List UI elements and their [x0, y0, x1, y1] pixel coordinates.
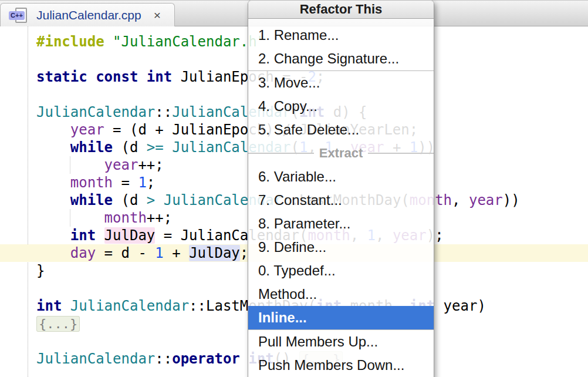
- code-token-p: [164, 139, 172, 156]
- header-label: Extract: [314, 146, 369, 161]
- menu-item-inline[interactable]: Inline...: [248, 306, 434, 329]
- menu-item-6-variable[interactable]: 6. Variable...: [248, 165, 434, 188]
- code-token-p: [36, 157, 104, 173]
- code-token-p: =: [113, 174, 138, 191]
- tab-title: JulianCalendar.cpp: [36, 8, 141, 22]
- code-token-fold: {...}: [36, 316, 80, 332]
- cpp-file-icon: C++: [9, 7, 31, 23]
- code-token-f: year: [469, 192, 503, 208]
- code-token-f: year: [70, 122, 104, 138]
- code-token-p: ++;: [147, 210, 172, 226]
- code-token-p: +: [164, 245, 189, 261]
- code-token-p: year): [435, 298, 486, 314]
- code-token-k: int: [70, 227, 96, 244]
- menu-item-0-typedef[interactable]: 0. Typedef...: [248, 259, 434, 282]
- code-token-p: ;: [147, 174, 155, 191]
- code-token-p: [104, 33, 113, 50]
- code-token-cl: JulianCalendar: [70, 298, 189, 314]
- code-token-d: #include: [36, 33, 104, 50]
- code-token-p: [36, 227, 70, 244]
- code-token-p: ::: [155, 104, 172, 120]
- code-token-p: }: [36, 262, 45, 279]
- code-token-p: [36, 174, 70, 191]
- menu-item-8-parameter[interactable]: 8. Parameter...: [248, 212, 434, 235]
- refactor-popup-title: Refactor This: [248, 0, 434, 19]
- tab-close-icon[interactable]: ×: [154, 9, 161, 21]
- menu-section-header: Extract: [248, 142, 434, 165]
- tab-juliancalendar-cpp[interactable]: C++ JulianCalendar.cpp ×: [0, 3, 175, 26]
- menu-item-9-define[interactable]: 9. Define...: [248, 235, 434, 259]
- menu-item-push-members-down[interactable]: Push Members Down...: [248, 354, 434, 377]
- header-line: [248, 153, 314, 154]
- menu-item-method[interactable]: Method...: [248, 282, 434, 306]
- code-token-f: day: [70, 245, 96, 261]
- code-token-p: [36, 192, 70, 208]
- code-token-p: [62, 298, 70, 314]
- code-token-k: static const int: [36, 69, 172, 85]
- code-token-p: [155, 192, 163, 208]
- code-token-p: = d -: [96, 245, 155, 261]
- code-token-p: )): [503, 192, 520, 208]
- code-token-o: >=: [147, 139, 164, 156]
- menu-item-7-constant[interactable]: 7. Constant...: [248, 188, 434, 212]
- code-token-p: [96, 227, 104, 244]
- code-token-f: month: [104, 210, 147, 226]
- menu-item-2-change-signature[interactable]: 2. Change Signature...: [248, 47, 434, 70]
- code-token-f: year: [104, 157, 138, 173]
- code-token-n: 1: [155, 245, 163, 261]
- menu-item-3-move[interactable]: 3. Move...: [248, 71, 434, 95]
- cpp-badge-icon: C++: [9, 11, 25, 20]
- code-token-p: [36, 122, 70, 138]
- code-token-s: "JulianCalendar.h": [113, 33, 265, 50]
- code-token-o: >: [147, 192, 155, 208]
- code-token-n: 1: [138, 174, 146, 191]
- ide-window: C++ JulianCalendar.cpp × #include "Julia…: [0, 0, 588, 377]
- refactor-menu-items: 1. Rename...2. Change Signature...3. Mov…: [248, 19, 434, 377]
- code-token-p: (d: [113, 139, 147, 156]
- code-token-p: ::: [155, 351, 172, 367]
- code-token-p: (d: [113, 192, 147, 208]
- code-token-k: while: [70, 139, 113, 156]
- code-token-f: month: [70, 174, 113, 191]
- menu-item-4-copy[interactable]: 4. Copy...: [248, 95, 434, 118]
- code-token-k: while: [70, 192, 113, 208]
- code-token-p: [36, 210, 104, 226]
- code-token-hb: JulDay: [189, 245, 240, 261]
- code-token-p: [36, 139, 70, 156]
- menu-item-1-rename[interactable]: 1. Rename...: [248, 23, 434, 47]
- code-token-p: ++;: [138, 157, 163, 173]
- code-token-hp: JulDay: [104, 227, 156, 244]
- menu-item-5-safe-delete[interactable]: 5. Safe Delete...: [248, 118, 434, 142]
- code-token-cl: JulianCalendar: [36, 351, 155, 367]
- refactor-popup: Refactor This 1. Rename...2. Change Sign…: [248, 0, 434, 377]
- code-token-cl: JulianCalendar: [36, 104, 155, 120]
- menu-item-pull-members-up[interactable]: Pull Members Up...: [248, 330, 434, 354]
- code-token-k: int: [36, 298, 62, 314]
- header-line: [368, 153, 434, 154]
- code-token-p: ,: [452, 192, 469, 208]
- code-token-p: [36, 245, 70, 261]
